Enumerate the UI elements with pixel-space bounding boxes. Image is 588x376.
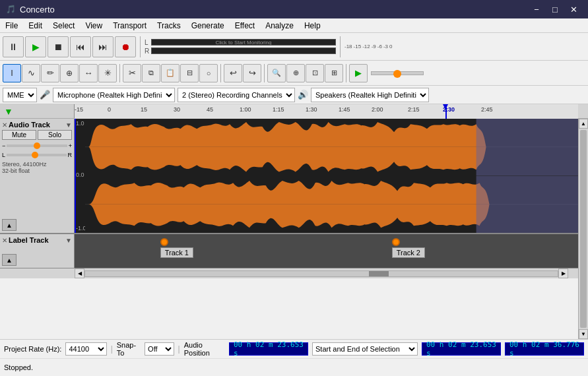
gain-slider-handle[interactable] xyxy=(34,142,40,149)
label-track-canvas[interactable]: Track 1 Track 2 xyxy=(75,234,578,268)
undo-button[interactable]: ↩ xyxy=(224,64,242,82)
track-header-row: ✕ Audio Track ▼ xyxy=(2,121,72,129)
label-track1-pin[interactable] xyxy=(160,238,168,246)
toolbar-row-1: ⏸ ▶ ⏹ ⏮ ⏭ ⏺ L Click to Start Monitoring … xyxy=(0,33,588,61)
selection-end-display[interactable]: 00 h 02 m 36.776 s xyxy=(505,342,584,356)
label-track1[interactable]: Track 1 xyxy=(160,238,193,258)
label-track-close-btn[interactable]: ✕ xyxy=(2,237,7,244)
timeshift-tool[interactable]: ↔ xyxy=(79,64,98,82)
copy-button[interactable]: ⧉ xyxy=(142,64,160,82)
paste-button[interactable]: 📋 xyxy=(161,64,180,82)
vscroll-down-btn[interactable]: ▼ xyxy=(579,329,588,339)
pan-slider-track[interactable] xyxy=(7,154,66,156)
menu-tracks[interactable]: Tracks xyxy=(152,20,186,32)
play-button[interactable]: ▶ xyxy=(25,36,46,57)
redo-button[interactable]: ↪ xyxy=(243,64,261,82)
audio-track-name: Audio Track xyxy=(9,121,65,129)
envelope-tool[interactable]: ∿ xyxy=(22,64,40,82)
zoom-sel-button[interactable]: ⊡ xyxy=(306,64,324,82)
svg-rect-2 xyxy=(476,119,578,176)
audio-track-controls: ✕ Audio Track ▼ Mute Solo − + xyxy=(0,119,75,233)
level-r-meter xyxy=(151,47,336,54)
maximize-button[interactable]: □ xyxy=(546,0,564,18)
statusbar-top-row: Project Rate (Hz): 44100 | Snap-To Off |… xyxy=(0,340,588,358)
playback-play-button[interactable]: ▶ xyxy=(349,64,368,82)
pan-row: L R xyxy=(2,152,72,158)
menu-help[interactable]: Help xyxy=(299,20,326,32)
menu-select[interactable]: Select xyxy=(48,20,80,32)
label-track1-text[interactable]: Track 1 xyxy=(160,247,193,258)
hscroll-left-btn[interactable]: ◀ xyxy=(75,268,84,278)
label-track2[interactable]: Track 2 xyxy=(392,238,425,258)
mute-solo-row: Mute Solo xyxy=(2,130,72,140)
app-container: 🎵 Concerto − □ ✕ File Edit Select View T… xyxy=(0,0,588,376)
level-meters-container: L Click to Start Monitoring R xyxy=(145,39,336,55)
toolbar-sep-1 xyxy=(140,36,141,57)
menu-effect[interactable]: Effect xyxy=(230,20,260,32)
menu-analyze[interactable]: Analyze xyxy=(260,20,299,32)
selection-start-display[interactable]: 00 h 02 m 23.653 s xyxy=(422,342,501,356)
microphone-select[interactable]: Microphone (Realtek High Defini xyxy=(53,88,175,102)
menubar: File Edit Select View Transport Tracks G… xyxy=(0,18,588,33)
channels-select[interactable]: 2 (Stereo) Recording Channels xyxy=(178,88,295,102)
pause-button[interactable]: ⏸ xyxy=(3,36,24,57)
cut-button[interactable]: ✂ xyxy=(123,64,141,82)
menu-edit[interactable]: Edit xyxy=(23,20,48,32)
pan-slider-handle[interactable] xyxy=(32,152,38,158)
hscroll-thumb[interactable] xyxy=(369,271,389,276)
playback-speed-slider[interactable] xyxy=(371,71,424,75)
ruler-mark-100: 1:00 xyxy=(240,106,251,113)
vscroll-top xyxy=(578,104,588,118)
label-track2-pin[interactable] xyxy=(392,238,400,246)
pan-r-label: R xyxy=(68,152,73,158)
audio-pos-label: Audio Position xyxy=(184,341,225,357)
audio-position-display[interactable]: 00 h 02 m 23.653 s xyxy=(229,342,308,356)
ruler-mark-30: 30 xyxy=(174,106,180,113)
level-l-label: L xyxy=(145,39,150,46)
zoom-out-button[interactable]: 🔍 xyxy=(267,64,286,82)
selection-type-select[interactable]: Start and End of Selection xyxy=(312,342,418,356)
draw-tool[interactable]: ✏ xyxy=(41,64,59,82)
mute-button[interactable]: Mute xyxy=(2,130,36,140)
track-expand-btn[interactable]: ▲ xyxy=(2,219,16,231)
hscroll-right-btn[interactable]: ▶ xyxy=(558,268,568,278)
label-track-expand-btn[interactable]: ▲ xyxy=(2,254,16,266)
minimize-button[interactable]: − xyxy=(527,0,546,18)
skip-start-button[interactable]: ⏮ xyxy=(70,36,91,57)
pan-l-label: L xyxy=(2,152,5,158)
trim-button[interactable]: ⊟ xyxy=(180,64,199,82)
vscroll-thumb[interactable] xyxy=(580,130,587,328)
host-select[interactable]: MME xyxy=(3,88,37,102)
track-close-btn[interactable]: ✕ xyxy=(2,121,7,129)
y-max-label: 1.0 xyxy=(76,120,84,127)
selection-tool[interactable]: I xyxy=(3,64,21,82)
multi-tool[interactable]: ✳ xyxy=(98,64,117,82)
menu-generate[interactable]: Generate xyxy=(186,20,230,32)
solo-button[interactable]: Solo xyxy=(38,130,72,140)
hscroll-row: ◀ ▶ xyxy=(0,268,578,278)
zoom-in-button[interactable]: ⊕ xyxy=(286,64,305,82)
skip-end-button[interactable]: ⏭ xyxy=(92,36,114,57)
track-collapse-btn[interactable]: ▼ xyxy=(65,121,72,129)
menu-file[interactable]: File xyxy=(0,20,23,32)
record-button[interactable]: ⏺ xyxy=(115,36,136,57)
hscroll-track[interactable] xyxy=(84,270,558,277)
menu-transport[interactable]: Transport xyxy=(108,20,152,32)
close-button[interactable]: ✕ xyxy=(564,0,583,18)
toolbar-row-2: I ∿ ✏ ⊕ ↔ ✳ ✂ ⧉ 📋 ⊟ ○ ↩ ↪ 🔍 ⊕ ⊡ ⊞ ▶ xyxy=(0,61,588,86)
label-track-collapse-btn[interactable]: ▼ xyxy=(65,237,72,244)
silence-button[interactable]: ○ xyxy=(199,64,218,82)
vscroll-up-btn[interactable]: ▲ xyxy=(579,119,588,129)
gain-slider-track[interactable] xyxy=(7,144,67,147)
zoom-fit-button[interactable]: ⊞ xyxy=(325,64,343,82)
app-icon: 🎵 xyxy=(5,4,16,15)
speaker-select[interactable]: Speakers (Realtek High Definiti xyxy=(311,88,429,102)
project-rate-select[interactable]: 44100 xyxy=(65,342,106,356)
menu-view[interactable]: View xyxy=(80,20,108,32)
snap-to-select[interactable]: Off xyxy=(145,342,174,356)
audio-track-canvas[interactable]: 1.0 0.0 -1.0 xyxy=(75,119,578,233)
stop-button[interactable]: ⏹ xyxy=(48,36,69,57)
label-track2-text[interactable]: Track 2 xyxy=(392,247,425,258)
level-l-text[interactable]: Click to Start Monitoring xyxy=(152,40,335,45)
zoom-tool[interactable]: ⊕ xyxy=(60,64,79,82)
